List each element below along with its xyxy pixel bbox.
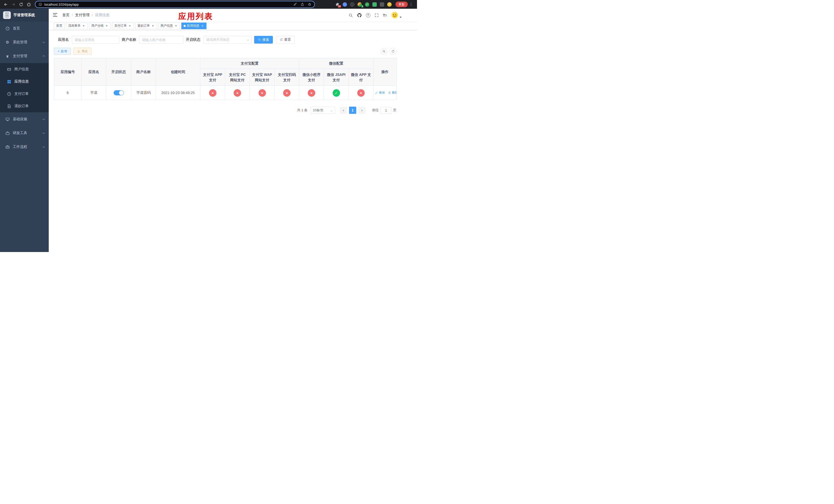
app-name-input[interactable]	[72, 36, 119, 44]
sidebar-item-app-info[interactable]: 应用信息	[0, 75, 49, 88]
page-1-button[interactable]: 1	[349, 107, 356, 114]
tabs-bar: 首页 流程表单× 用户分组× 支付订单× 退款订单× 商户信息× 应用信息×	[49, 22, 417, 30]
col-wechat-jsapi: 微信 JSAPI 支付	[324, 69, 349, 86]
merchant-name-input[interactable]	[139, 36, 183, 44]
bookmark-star-icon[interactable]	[308, 3, 311, 6]
sidebar-item-merchant-info[interactable]: 商户信息	[0, 63, 49, 75]
sidebar-item-payment-order[interactable]: 支付订单	[0, 88, 49, 100]
col-alipay-pc: 支付宝 PC 网站支付	[225, 69, 250, 86]
close-icon[interactable]: ×	[82, 24, 85, 28]
site-info-icon[interactable]	[39, 3, 42, 6]
close-icon[interactable]: ×	[151, 24, 155, 28]
briefcase-icon	[5, 144, 10, 149]
reload-button[interactable]	[18, 1, 25, 8]
sidebar-logo[interactable]: 芋道管理系统	[0, 9, 49, 22]
prev-page-button[interactable]: ‹	[340, 107, 347, 114]
goto-label: 前往	[372, 108, 379, 113]
status-cross-icon: ×	[234, 89, 241, 97]
col-alipay-qr: 支付宝扫码支付	[275, 69, 299, 86]
close-icon[interactable]: ×	[105, 24, 109, 28]
edit-link[interactable]: 修改	[375, 91, 385, 95]
extension-blue-icon[interactable]	[342, 2, 347, 7]
status-select[interactable]: 请选择开启状态	[203, 36, 251, 44]
status-cross-icon: ×	[283, 89, 290, 97]
add-button[interactable]: + 新增	[54, 48, 71, 55]
yen-icon: ¥	[5, 54, 10, 59]
reset-button[interactable]: 重置	[276, 36, 295, 44]
font-size-icon[interactable]: TT	[383, 13, 387, 18]
extension-chat-icon[interactable]	[372, 2, 377, 7]
col-alipay-wap: 支付宝 WAP 网站支付	[250, 69, 275, 86]
delete-link[interactable]: 删除	[388, 91, 397, 95]
share-icon[interactable]	[301, 3, 304, 6]
document-icon	[7, 104, 11, 109]
chevron-down-icon	[43, 41, 45, 43]
sidebar-item-refund-order[interactable]: 退款订单	[0, 100, 49, 112]
tab-user-group[interactable]: 用户分组×	[89, 23, 111, 29]
breadcrumb-payment[interactable]: 支付管理	[75, 13, 89, 18]
breadcrumb-home[interactable]: 首页	[62, 13, 69, 18]
export-button[interactable]: 导出	[73, 48, 91, 55]
search-icon	[258, 38, 261, 41]
col-app-name: 应用名	[82, 58, 106, 86]
pencil-icon	[375, 91, 378, 94]
plus-icon: +	[58, 49, 60, 53]
filter-form: 应用名 商户名称 开启状态 请选择开启状态 搜索 重置	[58, 36, 417, 44]
sidebar-item-home[interactable]: 首页	[0, 22, 49, 36]
sidebar-item-system[interactable]: ⚙ 系统管理	[0, 36, 49, 49]
hamburger-icon[interactable]	[52, 12, 58, 18]
forward-button[interactable]	[10, 1, 17, 8]
tab-payment-order[interactable]: 支付订单×	[112, 23, 134, 29]
fullscreen-icon[interactable]	[374, 13, 379, 18]
order-clock-icon	[7, 92, 11, 96]
search-button[interactable]: 搜索	[254, 36, 273, 44]
download-icon	[77, 50, 80, 53]
browser-update-button[interactable]: 更新	[395, 2, 408, 7]
github-icon[interactable]	[357, 13, 362, 18]
tab-home[interactable]: 首页	[54, 23, 65, 29]
show-search-button[interactable]	[380, 48, 388, 55]
browser-menu-button[interactable]: ⋮	[408, 2, 414, 7]
goto-page-input[interactable]	[380, 107, 391, 114]
extension-check-icon[interactable]: ✓	[365, 2, 370, 7]
extension-pin-icon[interactable]	[379, 2, 385, 7]
sidebar-item-workflow[interactable]: 工作流程	[0, 140, 49, 154]
next-page-button[interactable]: ›	[358, 107, 366, 114]
home-button[interactable]	[25, 1, 32, 8]
status-toggle[interactable]	[114, 90, 124, 95]
chevron-down-icon	[43, 132, 45, 134]
caret-down-icon	[399, 17, 402, 18]
col-alipay-app: 支付宝 APP 支付	[200, 69, 225, 86]
url-bar[interactable]: localhost:1024/pay/app	[35, 1, 315, 8]
back-button[interactable]	[2, 1, 9, 8]
url-text[interactable]: localhost:1024/pay/app	[44, 3, 79, 6]
close-icon[interactable]: ×	[201, 24, 204, 28]
sidebar-item-infrastructure[interactable]: 基础设施	[0, 112, 49, 126]
extension-emoji-icon[interactable]	[387, 2, 392, 7]
help-icon[interactable]: ?	[366, 13, 370, 18]
page-size-select[interactable]: 10条/页	[311, 107, 335, 114]
col-group-alipay: 支付宝配置	[200, 58, 299, 69]
close-icon[interactable]: ×	[174, 24, 178, 28]
extension-multicolor-icon[interactable]: 1	[357, 2, 362, 7]
sidebar-item-devtools[interactable]: 研发工具	[0, 126, 49, 140]
extension-badge-green: 1	[361, 5, 364, 8]
tab-refund-order[interactable]: 退款订单×	[135, 23, 157, 29]
search-icon[interactable]	[349, 13, 353, 18]
tab-app-info[interactable]: 应用信息×	[181, 23, 206, 29]
gear-icon: ⚙	[5, 40, 10, 45]
tab-merchant-info[interactable]: 商户信息×	[158, 23, 180, 29]
extension-dark-icon[interactable]	[350, 2, 355, 7]
refresh-table-button[interactable]	[390, 48, 396, 55]
monitor-icon	[5, 117, 10, 121]
table-row: 6 芋道 芋道源码 2021-10-23 08:49:25 × × × × × …	[54, 86, 397, 100]
user-avatar[interactable]	[391, 11, 402, 19]
tab-process-form[interactable]: 流程表单×	[66, 23, 88, 29]
sidebar-item-payment[interactable]: ¥ 支付管理	[0, 49, 49, 63]
app-table: 应用编号 应用名 开启状态 商户名称 创建时间 支付宝配置 微信配置 操作 支付…	[54, 58, 417, 100]
breadcrumb-current: 应用信息	[95, 13, 110, 18]
extensions-puzzle-icon[interactable]: 10	[335, 2, 340, 7]
password-key-icon[interactable]	[293, 3, 297, 6]
chevron-down-icon	[43, 145, 45, 148]
close-icon[interactable]: ×	[128, 24, 132, 28]
